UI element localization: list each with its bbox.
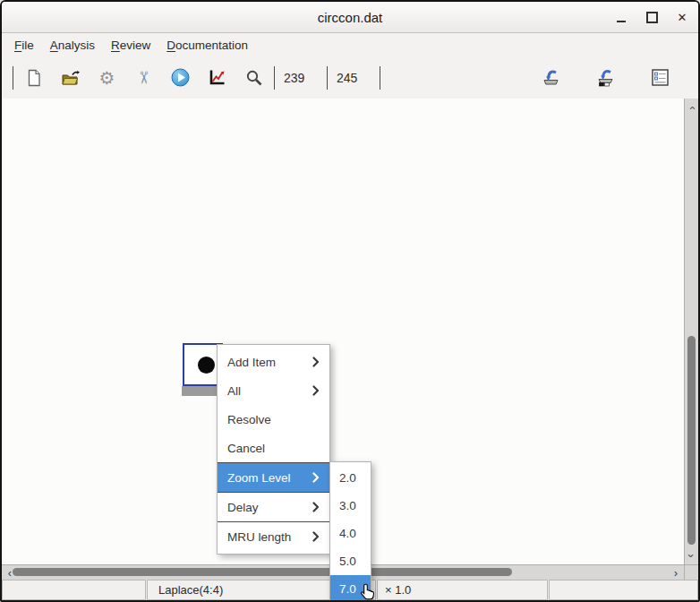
zoom-option-4[interactable]: 4.0 (330, 520, 371, 547)
context-menu-item-all[interactable]: All (218, 376, 329, 405)
toolbar-separator (380, 66, 380, 90)
menu-file[interactable]: File (6, 36, 42, 55)
menu-documentation[interactable]: Documentation (158, 36, 256, 55)
settings-button[interactable]: ⚙ (89, 62, 125, 94)
vertical-scrollbar[interactable]: › › (684, 99, 698, 564)
scroll-down-button[interactable]: › (685, 548, 698, 563)
status-cell-empty-left (2, 580, 146, 600)
context-menu-item-cancel[interactable]: Cancel (218, 434, 329, 462)
zoom-option-2[interactable]: 2.0 (330, 464, 371, 492)
menu-item-label: Resolve (227, 413, 271, 426)
mouse-cursor (361, 583, 376, 602)
horizontal-scrollbar-thumb[interactable] (13, 568, 512, 576)
menu-item-label: Cancel (227, 442, 265, 455)
chart-button[interactable] (199, 62, 235, 94)
zoom-option-label: 3.0 (339, 499, 356, 512)
chevron-right-icon: › (674, 566, 678, 580)
hand-pointer-icon (361, 583, 376, 602)
chevron-up-icon: › (685, 106, 698, 109)
context-menu-item-resolve[interactable]: Resolve (218, 405, 329, 434)
submenu-arrow-icon (312, 385, 320, 396)
minimize-icon (617, 21, 626, 22)
search-icon (245, 69, 263, 87)
menu-item-label: MRU length (227, 530, 291, 544)
form-options-button[interactable] (642, 62, 679, 94)
open-file-button[interactable] (52, 62, 89, 94)
menu-item-label: Zoom Level (227, 471, 291, 485)
close-button[interactable]: ✕ (673, 7, 691, 27)
vertical-scrollbar-thumb[interactable] (687, 336, 696, 545)
context-menu-item-zoom-level[interactable]: Zoom Level (218, 463, 329, 492)
commit-icon (542, 68, 560, 87)
submenu-arrow-icon (312, 357, 320, 367)
form-options-icon (652, 69, 669, 86)
menu-analysis[interactable]: Analysis (42, 36, 103, 55)
menu-file-mnemonic: F (14, 39, 21, 52)
scissors-icon: ✂ (135, 71, 152, 85)
toolbar: ⚙ ✂ (2, 56, 698, 99)
play-icon (171, 68, 190, 87)
submenu-arrow-icon (312, 531, 320, 542)
menu-file-label: ile (21, 39, 34, 52)
counter-right-value: 245 (329, 71, 378, 85)
menu-item-label: Delay (227, 501, 259, 514)
menu-review-mnemonic: R (111, 39, 120, 52)
gear-icon: ⚙ (99, 69, 115, 87)
chart-icon (209, 69, 226, 86)
menu-item-label: All (227, 384, 241, 398)
menu-analysis-mnemonic: A (50, 39, 58, 52)
window-title: circcon.dat (2, 2, 698, 32)
minimize-button[interactable] (612, 7, 630, 27)
counter-left-value: 239 (277, 71, 325, 85)
new-document-icon (25, 69, 43, 87)
menu-documentation-mnemonic: D (166, 39, 175, 52)
status-mode-text: Laplace(4:4) (158, 583, 223, 597)
scrollbar-corner (684, 564, 698, 580)
commit-disk-icon (596, 68, 615, 87)
context-menu: Add Item All Resolve Cancel Zoom Level D… (217, 344, 330, 555)
scroll-right-button[interactable]: › (670, 565, 682, 580)
node-symbol (198, 357, 215, 374)
submenu-arrow-icon (312, 502, 320, 512)
commit-disk-button[interactable] (587, 62, 624, 94)
window-controls: ✕ (612, 2, 691, 32)
cut-button[interactable]: ✂ (125, 62, 162, 94)
zoom-level-submenu: 2.0 3.0 4.0 5.0 7.0 (329, 461, 371, 602)
submenu-arrow-icon (312, 472, 320, 483)
menu-analysis-label: nalysis (58, 39, 95, 52)
commit-button[interactable] (533, 62, 569, 94)
toolbar-separator (274, 66, 275, 90)
status-zoom-label: × 1.0 (377, 580, 548, 600)
search-button[interactable] (235, 62, 272, 94)
maximize-button[interactable] (643, 7, 661, 27)
scroll-up-button[interactable]: › (685, 100, 698, 115)
zoom-option-label: 4.0 (339, 527, 356, 540)
toolbar-separator (13, 66, 13, 90)
app-window: circcon.dat ✕ File Analysis Review Docum… (0, 0, 700, 602)
toolbar-separator (327, 66, 328, 90)
toolbar-right-group (533, 62, 689, 94)
close-icon: ✕ (678, 11, 687, 24)
context-menu-item-delay[interactable]: Delay (218, 493, 329, 521)
zoom-option-label: 5.0 (339, 555, 356, 568)
menu-item-label: Add Item (227, 356, 276, 369)
new-document-button[interactable] (15, 62, 52, 94)
chevron-left-icon: ‹ (8, 566, 12, 580)
menu-documentation-label: ocumentation (175, 39, 248, 52)
zoom-option-3[interactable]: 3.0 (330, 492, 371, 520)
run-button[interactable] (162, 62, 199, 94)
zoom-option-label: 7.0 (339, 582, 356, 596)
chevron-down-icon: › (685, 554, 698, 557)
open-file-icon (61, 69, 81, 87)
status-zoom-text: × 1.0 (385, 583, 411, 597)
titlebar[interactable]: circcon.dat ✕ (2, 2, 698, 33)
menubar: File Analysis Review Documentation (2, 33, 698, 56)
context-menu-item-add-item[interactable]: Add Item (218, 348, 329, 376)
zoom-option-5[interactable]: 5.0 (330, 547, 371, 575)
status-cell-empty-right (549, 580, 698, 600)
maximize-icon (646, 12, 658, 23)
context-menu-item-mru-length[interactable]: MRU length (218, 522, 329, 551)
menu-review-label: eview (120, 39, 151, 52)
zoom-option-label: 2.0 (339, 471, 356, 485)
menu-review[interactable]: Review (103, 36, 158, 55)
